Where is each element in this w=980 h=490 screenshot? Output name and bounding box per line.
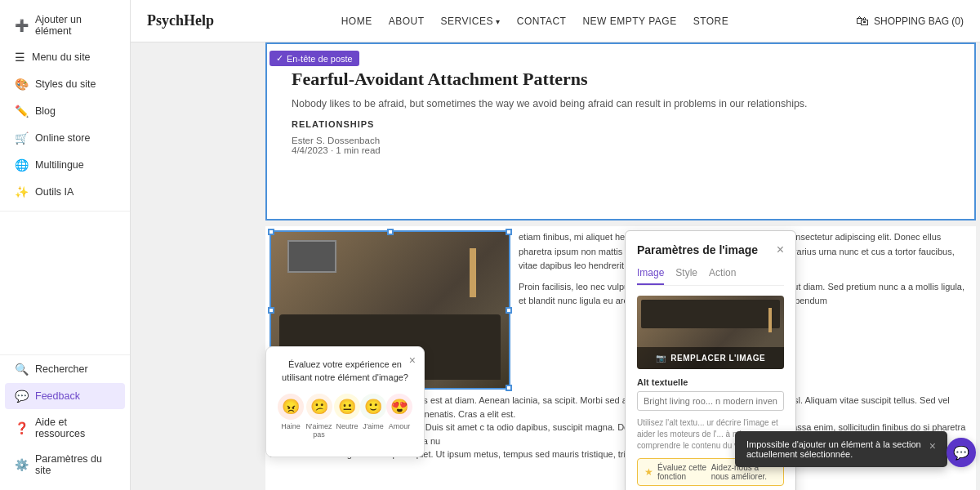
- menu-icon: ☰: [15, 51, 25, 64]
- resize-handle-tr[interactable]: [506, 229, 512, 235]
- toast-notification: Impossible d'ajouter un élément à la sec…: [735, 431, 947, 467]
- nav-link-home[interactable]: HOME: [341, 16, 372, 27]
- resize-handle-tl[interactable]: [268, 229, 274, 235]
- emoji-label-j'aime: J'aime: [363, 422, 384, 430]
- panel-close-button[interactable]: ×: [777, 243, 784, 257]
- post-header-section: Fearful-Avoidant Attachment Patterns Nob…: [265, 42, 976, 220]
- settings-icon: ⚙️: [15, 458, 29, 471]
- feedback-widget: × Évaluez votre expérience en utilisant …: [265, 346, 425, 457]
- emoji-icon-haine: 😠: [278, 394, 304, 420]
- resize-handle-br[interactable]: [506, 385, 512, 391]
- feedback-close-button[interactable]: ×: [409, 354, 416, 367]
- store-icon: 🛒: [15, 131, 29, 145]
- sidebar-label-store: Online store: [35, 132, 90, 144]
- replace-image-button[interactable]: 📷 REMPLACER L'IMAGE: [637, 347, 784, 369]
- sidebar-item-settings[interactable]: ⚙️Paramètres du site: [5, 447, 125, 483]
- post-date: 4/4/2023 · 1 min read: [292, 145, 950, 155]
- nav-links: HOMEABOUTSERVICESCONTACTNEW EMPTY PAGEST…: [341, 16, 729, 27]
- chat-icon: 💬: [953, 445, 969, 461]
- nav-link-about[interactable]: ABOUT: [389, 16, 425, 27]
- main-area: PsychHelp HOMEABOUTSERVICESCONTACTNEW EM…: [131, 0, 980, 490]
- sidebar-label-blog: Blog: [35, 105, 56, 117]
- nav-link-contact[interactable]: CONTACT: [517, 16, 567, 27]
- panel-image-preview: 📷 REMPLACER L'IMAGE: [637, 296, 784, 369]
- sidebar-label-ai-tools: Outils IA: [35, 186, 74, 198]
- sidebar-item-styles[interactable]: 🎨Styles du site: [5, 71, 125, 97]
- emoji-label-neutre: Neutre: [336, 422, 358, 430]
- toast-close-button[interactable]: ×: [929, 439, 936, 452]
- emoji-label-n'aimez pas: N'aimez pas: [304, 422, 334, 439]
- sidebar-label-menu: Menu du site: [32, 51, 91, 63]
- sidebar-item-feedback[interactable]: 💬Feedback: [5, 383, 125, 409]
- emoji-j'aime[interactable]: 🙂J'aime: [360, 394, 386, 439]
- nav-link-services[interactable]: SERVICES: [441, 16, 501, 27]
- alt-text-label: Alt textuelle: [637, 377, 784, 387]
- post-author: Ester S. Dossenbach: [292, 136, 950, 145]
- emoji-label-haine: Haine: [281, 422, 301, 430]
- feedback-title: Évaluez votre expérience en utilisant no…: [278, 359, 412, 384]
- panel-tab-style[interactable]: Style: [675, 267, 697, 285]
- chat-bubble-button[interactable]: 💬: [947, 438, 976, 467]
- evaluate-label: Évaluez cette fonction: [657, 463, 707, 481]
- resize-handle-ml[interactable]: [268, 307, 274, 314]
- search-icon: 🔍: [15, 363, 29, 376]
- feedback-icon: 💬: [15, 390, 29, 403]
- add-element-icon: ➕: [15, 19, 29, 32]
- resize-handle-mr[interactable]: [506, 307, 512, 314]
- sidebar-item-add-element[interactable]: ➕Ajouter un élément: [5, 7, 125, 43]
- emoji-neutre[interactable]: 😐Neutre: [334, 394, 360, 439]
- panel-tab-image[interactable]: Image: [637, 267, 664, 285]
- emoji-icon-amour: 😍: [386, 394, 412, 420]
- top-navigation: PsychHelp HOMEABOUTSERVICESCONTACTNEW EM…: [131, 0, 980, 42]
- site-logo: PsychHelp: [147, 12, 214, 29]
- blog-icon: ✏️: [15, 105, 29, 118]
- cart-icon: 🛍: [856, 14, 869, 29]
- post-subtitle: Nobody likes to be afraid, but sometimes…: [292, 98, 950, 109]
- image-lamp-decor: [470, 248, 476, 297]
- sidebar-label-search: Rechercher: [35, 363, 88, 375]
- sidebar-item-help[interactable]: ❓Aide et ressources: [5, 410, 125, 446]
- sidebar-label-settings: Paramètres du site: [35, 453, 115, 476]
- panel-header: Paramètres de l'image ×: [637, 243, 784, 257]
- content-area: ✓ En-tête de poste Fearful-Avoidant Atta…: [131, 42, 980, 490]
- resize-handle-tm[interactable]: [387, 229, 394, 235]
- emoji-label-amour: Amour: [389, 422, 411, 430]
- emoji-n'aimez-pas[interactable]: 😕N'aimez pas: [304, 394, 334, 439]
- nav-link-store[interactable]: STORE: [693, 16, 729, 27]
- check-icon: ✓: [276, 53, 283, 64]
- star-icon: ★: [644, 466, 653, 478]
- sidebar-label-styles: Styles du site: [35, 78, 96, 90]
- sidebar-item-multilingual[interactable]: 🌐Multilingue: [5, 152, 125, 178]
- camera-icon: 📷: [656, 354, 666, 363]
- help-icon: ❓: [15, 421, 29, 434]
- emoji-icon-n'aimez pas: 😕: [306, 394, 332, 420]
- alt-text-input[interactable]: [637, 391, 784, 411]
- sidebar-label-add-element: Ajouter un élément: [35, 14, 115, 37]
- sidebar-item-blog[interactable]: ✏️Blog: [5, 98, 125, 124]
- sidebar-item-menu[interactable]: ☰Menu du site: [5, 44, 125, 70]
- sidebar-label-help: Aide et ressources: [35, 416, 115, 439]
- emoji-amour[interactable]: 😍Amour: [386, 394, 412, 439]
- post-header-tag: ✓ En-tête de poste: [270, 51, 359, 66]
- sidebar-item-store[interactable]: 🛒Online store: [5, 125, 125, 151]
- feedback-emojis: 😠Haine😕N'aimez pas😐Neutre🙂J'aime😍Amour: [278, 394, 412, 439]
- panel-tabs: ImageStyleAction: [637, 267, 784, 286]
- emoji-icon-neutre: 😐: [334, 394, 360, 420]
- image-painting-decor: [287, 240, 336, 273]
- sidebar-label-multilingual: Multilingue: [35, 159, 84, 171]
- styles-icon: 🎨: [15, 78, 29, 91]
- header-tag-label: En-tête de poste: [287, 54, 353, 64]
- toast-message: Impossible d'ajouter un élément à la sec…: [746, 439, 923, 459]
- nav-link-new-empty-page[interactable]: NEW EMPTY PAGE: [582, 16, 676, 27]
- cart-label: SHOPPING BAG (0): [874, 16, 964, 27]
- replace-label: REMPLACER L'IMAGE: [670, 354, 765, 363]
- shopping-cart[interactable]: 🛍 SHOPPING BAG (0): [856, 14, 964, 29]
- panel-tab-action[interactable]: Action: [709, 267, 736, 285]
- post-title: Fearful-Avoidant Attachment Patterns: [292, 69, 950, 90]
- sidebar-item-search[interactable]: 🔍Rechercher: [5, 356, 125, 382]
- panel-title: Paramètres de l'image: [637, 243, 758, 256]
- emoji-haine[interactable]: 😠Haine: [278, 394, 304, 439]
- sidebar-label-feedback: Feedback: [35, 390, 80, 402]
- sidebar-item-ai-tools[interactable]: ✨Outils IA: [5, 179, 125, 205]
- multilingual-icon: 🌐: [15, 158, 29, 172]
